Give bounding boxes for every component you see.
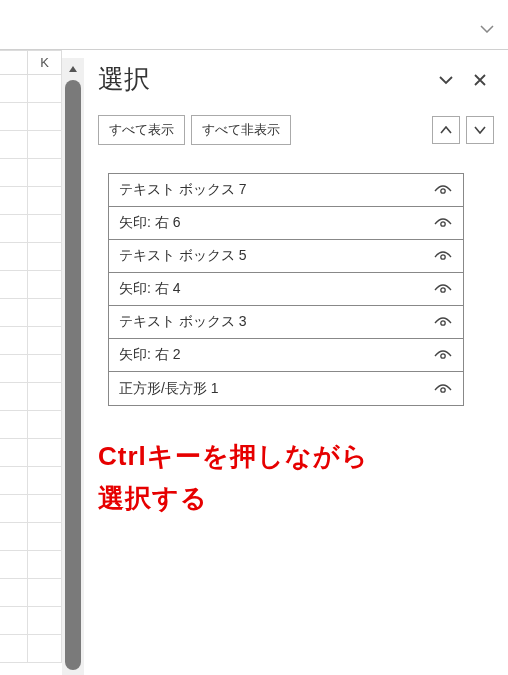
grid-cell[interactable] — [0, 159, 28, 187]
grid-cell[interactable] — [28, 187, 62, 215]
svg-point-1 — [441, 222, 445, 226]
grid-cell[interactable] — [28, 607, 62, 635]
visibility-icon[interactable] — [433, 349, 453, 361]
show-all-button[interactable]: すべて表示 — [98, 115, 185, 145]
object-row[interactable]: テキスト ボックス 3 — [109, 306, 463, 339]
grid-cell[interactable] — [28, 411, 62, 439]
object-label: テキスト ボックス 5 — [119, 247, 433, 265]
grid-cell[interactable] — [0, 327, 28, 355]
object-row[interactable]: 正方形/長方形 1 — [109, 372, 463, 405]
object-list: テキスト ボックス 7 矢印: 右 6 テキスト ボックス 5 矢印: 右 4 … — [108, 173, 464, 406]
object-row[interactable]: テキスト ボックス 5 — [109, 240, 463, 273]
grid-cell[interactable] — [28, 159, 62, 187]
grid-cell[interactable] — [28, 495, 62, 523]
svg-point-4 — [441, 321, 445, 325]
svg-point-5 — [441, 354, 445, 358]
move-down-button[interactable] — [466, 116, 494, 144]
grid-cell[interactable] — [0, 411, 28, 439]
col-header-k[interactable]: K — [28, 51, 62, 74]
formula-bar-area — [0, 0, 508, 50]
grid-cell[interactable] — [0, 551, 28, 579]
grid-cell[interactable] — [0, 75, 28, 103]
selection-pane: 選択 すべて表示 すべて非表示 テキスト ボックス 7 矢印: 右 6 — [84, 50, 508, 675]
close-icon — [473, 73, 487, 87]
worksheet-left-gutter: K — [0, 50, 62, 675]
object-label: テキスト ボックス 3 — [119, 313, 433, 331]
chevron-down-icon — [474, 126, 486, 134]
grid-cell[interactable] — [0, 271, 28, 299]
grid-cell[interactable] — [0, 383, 28, 411]
object-label: 矢印: 右 2 — [119, 346, 433, 364]
grid-cell[interactable] — [0, 355, 28, 383]
grid-cell[interactable] — [0, 215, 28, 243]
object-row[interactable]: 矢印: 右 2 — [109, 339, 463, 372]
grid-cell[interactable] — [0, 187, 28, 215]
scroll-up-arrow-icon[interactable] — [62, 60, 84, 78]
object-label: 矢印: 右 6 — [119, 214, 433, 232]
pane-collapse-button[interactable] — [432, 66, 460, 94]
visibility-icon[interactable] — [433, 283, 453, 295]
grid-cell[interactable] — [28, 75, 62, 103]
annotation-line2: 選択する — [98, 478, 494, 520]
grid-cell[interactable] — [0, 299, 28, 327]
grid-cell[interactable] — [28, 467, 62, 495]
object-row[interactable]: テキスト ボックス 7 — [109, 174, 463, 207]
grid-cell[interactable] — [28, 103, 62, 131]
grid-cell[interactable] — [0, 579, 28, 607]
grid-cell[interactable] — [28, 523, 62, 551]
grid-cell[interactable] — [0, 243, 28, 271]
move-up-button[interactable] — [432, 116, 460, 144]
grid-cell[interactable] — [28, 243, 62, 271]
grid-cell[interactable] — [28, 327, 62, 355]
chevron-down-icon — [438, 75, 454, 85]
grid-cell[interactable] — [28, 579, 62, 607]
visibility-icon[interactable] — [433, 316, 453, 328]
pane-close-button[interactable] — [466, 66, 494, 94]
grid-cell[interactable] — [0, 103, 28, 131]
grid-cell[interactable] — [28, 383, 62, 411]
annotation-line1: Ctrlキーを押しながら — [98, 436, 494, 478]
grid-cell[interactable] — [28, 551, 62, 579]
pane-title: 選択 — [98, 62, 426, 97]
annotation-text: Ctrlキーを押しながら 選択する — [98, 436, 494, 519]
svg-point-0 — [441, 189, 445, 193]
visibility-icon[interactable] — [433, 217, 453, 229]
grid-cell[interactable] — [0, 467, 28, 495]
grid-cell[interactable] — [0, 131, 28, 159]
object-row[interactable]: 矢印: 右 4 — [109, 273, 463, 306]
worksheet-rows — [0, 75, 62, 663]
grid-cell[interactable] — [0, 607, 28, 635]
grid-cell[interactable] — [28, 299, 62, 327]
vertical-scrollbar[interactable] — [62, 58, 84, 675]
object-row[interactable]: 矢印: 右 6 — [109, 207, 463, 240]
svg-point-6 — [441, 387, 445, 391]
scrollbar-thumb[interactable] — [65, 80, 81, 670]
grid-cell[interactable] — [28, 271, 62, 299]
visibility-icon[interactable] — [433, 184, 453, 196]
grid-cell[interactable] — [28, 439, 62, 467]
chevron-up-icon — [440, 126, 452, 134]
grid-cell[interactable] — [28, 635, 62, 663]
svg-point-2 — [441, 255, 445, 259]
object-label: 矢印: 右 4 — [119, 280, 433, 298]
col-header-blank[interactable] — [0, 51, 28, 74]
grid-cell[interactable] — [0, 635, 28, 663]
object-label: 正方形/長方形 1 — [119, 380, 433, 398]
grid-cell[interactable] — [28, 215, 62, 243]
grid-cell[interactable] — [0, 495, 28, 523]
grid-cell[interactable] — [0, 439, 28, 467]
chevron-down-icon[interactable] — [480, 25, 494, 33]
hide-all-button[interactable]: すべて非表示 — [191, 115, 291, 145]
visibility-icon[interactable] — [433, 250, 453, 262]
grid-cell[interactable] — [28, 131, 62, 159]
visibility-icon[interactable] — [433, 383, 453, 395]
object-label: テキスト ボックス 7 — [119, 181, 433, 199]
grid-cell[interactable] — [0, 523, 28, 551]
grid-cell[interactable] — [28, 355, 62, 383]
svg-point-3 — [441, 288, 445, 292]
